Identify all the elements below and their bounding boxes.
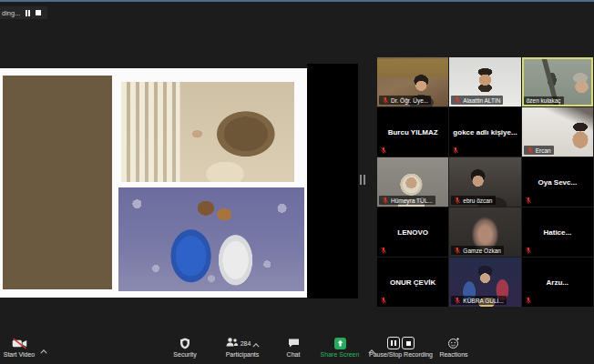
pause-recording-icon[interactable]	[387, 337, 400, 349]
security-label: Security	[173, 351, 196, 359]
muted-mic-icon	[452, 147, 459, 154]
participants-count: 284	[241, 340, 251, 347]
participant-name: Gamze Ozkan	[463, 248, 501, 254]
participant-name: Burcu YILMAZ	[386, 128, 440, 136]
participant-name: Ercan	[536, 147, 551, 154]
start-video-button[interactable]: Start Video	[0, 337, 38, 359]
participant-tile[interactable]: özen kulakaç	[522, 57, 593, 106]
participant-tile[interactable]: ONUR ÇEVİK	[377, 258, 448, 307]
chevron-up-icon[interactable]	[40, 341, 47, 358]
shared-screen-slide	[0, 68, 307, 298]
participant-name-label: KÜBRA GÜLİ...	[451, 296, 506, 305]
chat-label: Chat	[287, 351, 301, 359]
hug-photo	[118, 187, 304, 291]
reactions-smiley-icon	[447, 337, 460, 349]
meeting-toolbar: Start Video Security	[0, 334, 594, 364]
muted-mic-icon	[454, 197, 461, 204]
participant-name-label: ebru özcan	[451, 196, 495, 205]
muted-mic-icon	[454, 96, 461, 104]
pause-recording-icon[interactable]	[24, 9, 31, 16]
video-camera-off-icon	[12, 337, 27, 349]
participant-name: Hümeyra TÜL...	[391, 197, 433, 204]
participants-label: Participants	[226, 351, 260, 359]
shared-screen-letterbox	[307, 64, 358, 298]
participant-name: Hatice...	[541, 228, 573, 237]
security-button[interactable]: Security	[165, 337, 205, 359]
muted-mic-icon	[382, 197, 389, 204]
muted-mic-icon	[380, 247, 387, 254]
muted-mic-icon	[525, 247, 532, 254]
window-top-accent	[0, 0, 594, 2]
participant-tile[interactable]: ebru özcan	[449, 157, 520, 207]
participant-name-label: özen kulakaç	[524, 96, 564, 105]
muted-mic-icon	[527, 147, 534, 154]
participant-tile[interactable]: Burcu YILMAZ	[377, 107, 448, 157]
participant-name: ebru özcan	[463, 197, 492, 204]
participant-name: ONUR ÇEVİK	[388, 278, 437, 287]
participant-name: özen kulakaç	[527, 97, 561, 104]
participant-name-label: Dr. Öğr. Üye...	[379, 96, 431, 105]
participant-name: gokce adlı kişiye...	[451, 128, 518, 136]
participant-tile[interactable]: Alaattin ALTIN	[449, 57, 520, 106]
participant-tile[interactable]: KÜBRA GÜLİ...	[449, 258, 520, 307]
stop-recording-icon[interactable]	[402, 337, 415, 349]
pause-stop-recording-label: Pause/Stop Recording	[369, 351, 433, 359]
muted-mic-icon	[382, 96, 389, 104]
participants-people-icon	[225, 335, 239, 351]
participant-name-label: Ercan	[524, 146, 554, 155]
start-video-label: Start Video	[4, 351, 36, 359]
participant-tile[interactable]: Arzu...	[522, 258, 593, 307]
muted-mic-icon	[380, 147, 387, 154]
participant-name: LENOVO	[395, 228, 430, 237]
hospital-ward-photo	[3, 76, 112, 289]
participant-tile[interactable]: Dr. Öğr. Üye...	[377, 57, 448, 106]
share-screen-icon	[334, 337, 346, 349]
chat-bubble-icon	[288, 337, 300, 349]
participant-name-label: Hümeyra TÜL...	[379, 196, 435, 205]
participant-name-label: Alaattin ALTIN	[451, 96, 503, 105]
muted-mic-icon	[454, 297, 461, 304]
muted-mic-icon	[525, 297, 532, 304]
muted-mic-icon	[454, 247, 461, 254]
participant-tile[interactable]: Hümeyra TÜL...	[377, 157, 448, 207]
participant-tile[interactable]: Ercan	[522, 107, 593, 157]
participant-name: KÜBRA GÜLİ...	[463, 298, 503, 304]
participant-name: Arzu...	[545, 278, 570, 287]
zoom-meeting-window: ding... Dr. Öğr. Üye...Alaattin ALTINöze…	[0, 0, 594, 364]
reactions-label: Reactions	[439, 351, 467, 359]
participant-name-label: Gamze Ozkan	[451, 246, 504, 255]
participant-name: Dr. Öğr. Üye...	[391, 97, 428, 104]
share-screen-label: Share Screen	[321, 351, 360, 359]
participant-tile[interactable]: LENOVO	[377, 207, 448, 257]
participant-tile[interactable]: Gamze Ozkan	[449, 207, 520, 257]
participant-tile[interactable]: Hatice...	[522, 207, 593, 257]
participant-name: Oya Sevc...	[536, 178, 579, 187]
muted-mic-icon	[525, 197, 532, 204]
participant-tile[interactable]: Oya Sevc...	[522, 157, 593, 207]
participant-name: Alaattin ALTIN	[463, 97, 500, 104]
chevron-up-icon[interactable]	[252, 335, 260, 351]
participants-button[interactable]: 284 Participants	[219, 337, 266, 359]
crib-photo	[121, 82, 294, 182]
resize-handle[interactable]	[360, 175, 365, 185]
participant-tile[interactable]: gokce adlı kişiye...	[449, 107, 520, 157]
muted-mic-icon	[380, 297, 387, 304]
share-screen-button[interactable]: Share Screen	[315, 337, 364, 359]
pause-stop-recording-button[interactable]: Pause/Stop Recording	[364, 337, 437, 359]
participants-grid: Dr. Öğr. Üye...Alaattin ALTINözen kulaka…	[377, 57, 593, 307]
chat-button[interactable]: Chat	[279, 337, 308, 359]
recording-label: ding...	[2, 9, 20, 17]
shield-icon	[179, 337, 190, 349]
stop-recording-icon[interactable]	[35, 9, 42, 16]
recording-indicator: ding...	[0, 6, 47, 19]
reactions-button[interactable]: Reactions	[435, 337, 472, 359]
